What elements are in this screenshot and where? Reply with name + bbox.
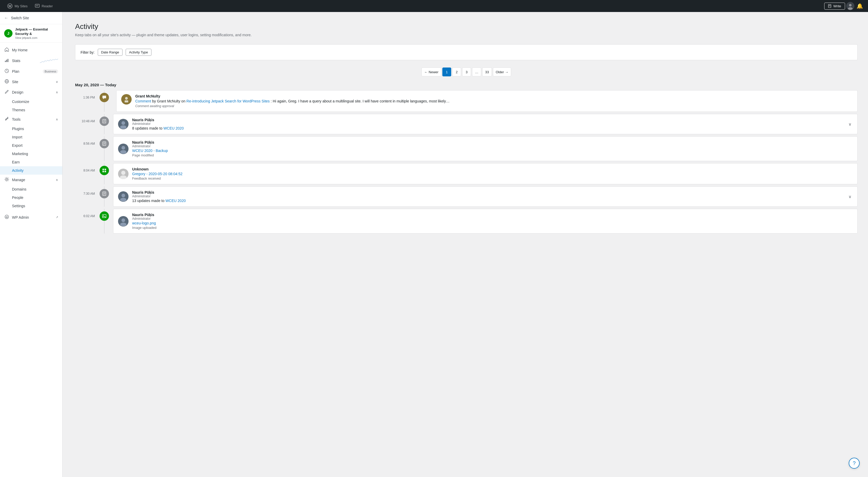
page-ellipsis: …	[472, 67, 481, 76]
expand-button-2[interactable]: ∨	[847, 121, 852, 128]
sidebar-item-activity[interactable]: Activity	[0, 166, 62, 174]
comment-link[interactable]: Comment	[135, 99, 151, 103]
activity-row-1: 1:36 PM	[75, 90, 858, 112]
svg-point-47	[120, 198, 126, 201]
activity-type-filter[interactable]: Activity Type	[126, 49, 151, 56]
site-url[interactable]: View jetpack.com	[15, 36, 58, 39]
site-icon: J	[4, 29, 12, 37]
user-avatar[interactable]	[846, 2, 855, 10]
svg-point-32	[121, 146, 125, 150]
page-modified-meta: Page modified	[132, 153, 852, 157]
sidebar-item-manage[interactable]: Manage ∧	[0, 174, 62, 185]
main-layout: ← Switch Site J Jetpack — Essential Secu…	[0, 12, 868, 477]
wp-admin-label: WP Admin	[12, 215, 29, 220]
time-6: 6:02 AM	[84, 214, 95, 218]
newer-button[interactable]: ← Newer	[422, 67, 441, 76]
sidebar-item-plugins[interactable]: Plugins	[0, 125, 62, 133]
plan-label: Plan	[12, 69, 19, 73]
svg-rect-12	[6, 60, 7, 62]
svg-point-9	[849, 4, 851, 6]
grant-mcnulty-avatar	[121, 94, 132, 104]
sidebar-item-earn[interactable]: Earn	[0, 158, 62, 166]
tools-icon	[4, 117, 9, 122]
sidebar-nav: My Home Stats Plan Bu	[0, 43, 62, 477]
my-sites-nav[interactable]: W My Sites	[4, 2, 31, 10]
plan-badge: Business	[43, 69, 58, 73]
write-button[interactable]: Write	[824, 3, 845, 10]
stats-mini-chart	[40, 58, 58, 64]
notifications-icon[interactable]: 🔔	[856, 2, 864, 10]
page-subtitle: Keep tabs on all your site's activity — …	[75, 33, 858, 37]
svg-point-16	[6, 179, 7, 180]
sidebar-item-stats[interactable]: Stats	[0, 55, 62, 66]
activity-card-4: Unknown Gregory - 2020-05-20 08:04:52 Fe…	[113, 163, 858, 184]
page-2-button[interactable]: 2	[452, 67, 461, 76]
reader-label: Reader	[42, 4, 53, 8]
main-content: Activity Keep tabs on all your site's ac…	[63, 12, 868, 477]
plugins-label: Plugins	[12, 127, 24, 131]
feedback-timeline-icon	[100, 166, 109, 175]
marketing-label: Marketing	[12, 152, 28, 156]
customize-label: Customize	[12, 100, 29, 104]
post-link[interactable]: Re-introducing Jetpack Search for WordPr…	[186, 99, 270, 103]
svg-point-46	[121, 194, 125, 197]
page-33-button[interactable]: 33	[482, 67, 492, 76]
sidebar-item-customize[interactable]: Customize	[0, 97, 62, 106]
unknown-avatar	[118, 169, 128, 179]
activity-row-2: 10:48 AM	[75, 114, 858, 134]
update-timeline-icon-3	[100, 139, 109, 148]
manage-label: Manage	[12, 178, 25, 182]
sidebar-item-marketing[interactable]: Marketing	[0, 150, 62, 158]
wceu-logo-link[interactable]: wceu-logo.png	[132, 221, 156, 225]
nauris-name-2: Nauris Pūķis	[132, 118, 844, 122]
gregory-link[interactable]: Gregory - 2020-05-20 08:04:52	[132, 172, 183, 176]
activity-list: 1:36 PM	[75, 90, 858, 235]
pagination: ← Newer 1 2 3 … 33 Older →	[75, 67, 858, 76]
svg-point-26	[120, 125, 126, 129]
page-3-button[interactable]: 3	[462, 67, 471, 76]
sidebar-item-import[interactable]: Import	[0, 133, 62, 141]
tools-chevron-icon: ∧	[56, 118, 58, 121]
page-1-button[interactable]: 1	[442, 67, 451, 76]
activity-card-5: Nauris Pūķis Administrator 13 updates ma…	[113, 186, 858, 207]
wceu-link-5[interactable]: WCEU 2020	[165, 199, 186, 203]
sidebar-item-site[interactable]: Site ∨	[0, 76, 62, 87]
activity-row-6: 6:02 AM	[75, 209, 858, 233]
manage-chevron-icon: ∧	[56, 178, 58, 182]
home-icon	[4, 47, 9, 53]
sidebar-item-themes[interactable]: Themes	[0, 106, 62, 114]
svg-point-10	[848, 7, 852, 10]
help-button[interactable]: ?	[849, 458, 860, 469]
sidebar-item-export[interactable]: Export	[0, 141, 62, 150]
comment-timeline-icon	[100, 93, 109, 102]
sidebar-item-people[interactable]: People	[0, 193, 62, 202]
reader-nav[interactable]: Reader	[32, 2, 56, 10]
activity-desc-1: Comment by Grant McNulty on Re-introduci…	[135, 99, 852, 103]
sidebar-item-tools[interactable]: Tools ∧	[0, 114, 62, 125]
switch-site-button[interactable]: ← Switch Site	[0, 12, 62, 24]
activity-desc-4: Gregory - 2020-05-20 08:04:52	[132, 172, 852, 176]
sidebar-item-design[interactable]: Design ∧	[0, 87, 62, 97]
site-nav-icon	[4, 79, 9, 85]
update-timeline-icon-5	[100, 189, 109, 198]
date-range-filter[interactable]: Date Range	[98, 49, 123, 56]
sidebar-item-my-home[interactable]: My Home	[0, 45, 62, 55]
sidebar-item-settings[interactable]: Settings	[0, 202, 62, 210]
sidebar-item-wp-admin[interactable]: W WP Admin ↗	[0, 212, 62, 223]
nauris-info-6: Nauris Pūķis Administrator wceu-logo.png…	[132, 213, 852, 230]
older-button[interactable]: Older →	[493, 67, 512, 76]
activity-desc-2: 8 updates made to WCEU 2020	[132, 126, 844, 130]
sidebar-item-plan[interactable]: Plan Business	[0, 66, 62, 76]
wceu-link-2[interactable]: WCEU 2020	[163, 126, 184, 130]
sidebar-item-domains[interactable]: Domains	[0, 185, 62, 193]
filter-bar: Filter by: Date Range Activity Type	[75, 44, 858, 60]
expand-button-5[interactable]: ∨	[847, 193, 852, 200]
page-title: Activity	[75, 23, 858, 31]
nauris-role-6: Administrator	[132, 217, 852, 221]
activity-card-1: Grant McNulty Comment by Grant McNulty o…	[116, 90, 858, 112]
feedback-received-meta: Feedback received	[132, 177, 852, 180]
wordpress-icon: W	[7, 3, 12, 9]
update-timeline-icon-2	[100, 117, 109, 126]
nauris-name-6: Nauris Pūķis	[132, 213, 852, 217]
wceu-backup-link[interactable]: WCEU 2020 - Backup	[132, 149, 168, 153]
